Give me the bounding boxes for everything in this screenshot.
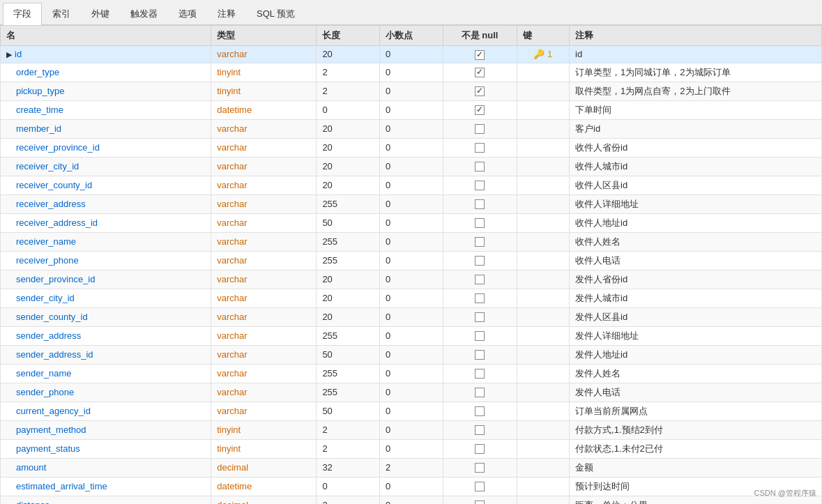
cell-notnull — [443, 270, 517, 289]
cell-type: varchar — [211, 402, 317, 420]
table-row[interactable]: receiver_phonevarchar2550收件人电话 — [1, 251, 822, 270]
cell-comment: 收件人城市id — [570, 157, 822, 176]
cell-name: receiver_province_id — [1, 138, 211, 157]
cell-length: 255 — [317, 383, 380, 402]
cell-type: varchar — [211, 326, 317, 345]
cell-decimal: 0 — [380, 157, 443, 176]
cell-key — [517, 176, 570, 194]
cell-notnull — [443, 345, 517, 364]
table-row[interactable]: receiver_county_idvarchar200收件人区县id — [1, 176, 822, 194]
table-row[interactable]: create_timedatetime00下单时间 — [1, 100, 822, 119]
cell-length: 20 — [317, 307, 380, 326]
cell-type: varchar — [211, 46, 317, 63]
table-row[interactable]: estimated_arrival_timedatetime00预计到达时间 — [1, 477, 822, 496]
tab-选项[interactable]: 选项 — [168, 3, 207, 24]
cell-decimal: 0 — [380, 194, 443, 213]
table-header-row: 名 类型 长度 小数点 不是 null 键 注释 — [1, 26, 822, 46]
cell-name: receiver_name — [1, 232, 211, 251]
cell-type: datetime — [211, 100, 317, 119]
cell-key — [517, 439, 570, 458]
table-row[interactable]: sender_county_idvarchar200发件人区县id — [1, 307, 822, 326]
cell-key — [517, 496, 570, 504]
cell-name: ▶id — [1, 46, 211, 63]
cell-type: varchar — [211, 138, 317, 157]
tab-外键[interactable]: 外键 — [81, 3, 120, 24]
cell-key — [517, 194, 570, 213]
table-row[interactable]: sender_namevarchar2550发件人姓名 — [1, 364, 822, 383]
cell-length: 50 — [317, 402, 380, 420]
cell-name: receiver_address — [1, 194, 211, 213]
cell-comment: 取件类型，1为网点自寄，2为上门取件 — [570, 82, 822, 100]
cell-length: 20 — [317, 46, 380, 63]
cell-length: 0 — [317, 477, 380, 496]
table-row[interactable]: member_idvarchar200客户id — [1, 119, 822, 138]
cell-name: receiver_county_id — [1, 176, 211, 194]
cell-comment: 发件人省份id — [570, 270, 822, 289]
cell-decimal: 0 — [380, 345, 443, 364]
cell-length: 255 — [317, 364, 380, 383]
cell-key — [517, 420, 570, 439]
cell-decimal: 0 — [380, 63, 443, 82]
cell-name: create_time — [1, 100, 211, 119]
tab-触发器[interactable]: 触发器 — [120, 3, 168, 24]
cell-comment: 收件人省份id — [570, 138, 822, 157]
table-row[interactable]: receiver_province_idvarchar200收件人省份id — [1, 138, 822, 157]
table-row[interactable]: order_typetinyint20订单类型，1为同城订单，2为城际订单 — [1, 63, 822, 82]
table-row[interactable]: receiver_address_idvarchar500收件人地址id — [1, 213, 822, 232]
cell-type: decimal — [211, 496, 317, 504]
cell-decimal: 0 — [380, 232, 443, 251]
table-row[interactable]: payment_methodtinyint20付款方式,1.预结2到付 — [1, 420, 822, 439]
fields-table: 名 类型 长度 小数点 不是 null 键 注释 ▶idvarchar200🔑 … — [0, 25, 822, 504]
table-row[interactable]: payment_statustinyint20付款状态,1.未付2已付 — [1, 439, 822, 458]
cell-type: varchar — [211, 345, 317, 364]
table-row[interactable]: ▶idvarchar200🔑 1id — [1, 46, 822, 63]
tab-注释[interactable]: 注释 — [207, 3, 246, 24]
table-row[interactable]: pickup_typetinyint20取件类型，1为网点自寄，2为上门取件 — [1, 82, 822, 100]
cell-comment: 发件人城市id — [570, 289, 822, 307]
tab-索引[interactable]: 索引 — [42, 3, 81, 24]
col-header-comment: 注释 — [570, 26, 822, 46]
tab-SQL 预览[interactable]: SQL 预览 — [246, 3, 305, 24]
cell-name: payment_status — [1, 439, 211, 458]
cell-comment: 下单时间 — [570, 100, 822, 119]
cell-notnull — [443, 100, 517, 119]
cell-key — [517, 119, 570, 138]
cell-notnull — [443, 119, 517, 138]
cell-type: decimal — [211, 458, 317, 477]
table-row[interactable]: sender_address_idvarchar500发件人地址id — [1, 345, 822, 364]
cell-name: receiver_phone — [1, 251, 211, 270]
col-header-type: 类型 — [211, 26, 317, 46]
cell-decimal: 0 — [380, 477, 443, 496]
table-row[interactable]: distancedecimal20距离，单位：公里 — [1, 496, 822, 504]
table-row[interactable]: amountdecimal322金额 — [1, 458, 822, 477]
cell-comment: 金额 — [570, 458, 822, 477]
cell-comment: 发件人电话 — [570, 383, 822, 402]
table-row[interactable]: sender_addressvarchar2550发件人详细地址 — [1, 326, 822, 345]
cell-length: 0 — [317, 100, 380, 119]
tab-字段[interactable]: 字段 — [3, 3, 42, 25]
table-row[interactable]: sender_province_idvarchar200发件人省份id — [1, 270, 822, 289]
watermark: CSDN @管程序猿 — [754, 488, 816, 498]
table-row[interactable]: sender_city_idvarchar200发件人城市id — [1, 289, 822, 307]
cell-key — [517, 289, 570, 307]
cell-decimal: 0 — [380, 176, 443, 194]
cell-length: 50 — [317, 213, 380, 232]
cell-comment: 付款方式,1.预结2到付 — [570, 420, 822, 439]
cell-type: varchar — [211, 119, 317, 138]
table-row[interactable]: current_agency_idvarchar500订单当前所属网点 — [1, 402, 822, 420]
cell-comment: 订单类型，1为同城订单，2为城际订单 — [570, 63, 822, 82]
cell-length: 2 — [317, 496, 380, 504]
cell-type: varchar — [211, 270, 317, 289]
cell-name: sender_city_id — [1, 289, 211, 307]
cell-decimal: 0 — [380, 326, 443, 345]
table-row[interactable]: sender_phonevarchar2550发件人电话 — [1, 383, 822, 402]
cell-decimal: 0 — [380, 251, 443, 270]
col-header-length: 长度 — [317, 26, 380, 46]
table-row[interactable]: receiver_city_idvarchar200收件人城市id — [1, 157, 822, 176]
table-row[interactable]: receiver_addressvarchar2550收件人详细地址 — [1, 194, 822, 213]
cell-name: amount — [1, 458, 211, 477]
cell-key — [517, 232, 570, 251]
cell-key — [517, 138, 570, 157]
cell-notnull — [443, 289, 517, 307]
table-row[interactable]: receiver_namevarchar2550收件人姓名 — [1, 232, 822, 251]
